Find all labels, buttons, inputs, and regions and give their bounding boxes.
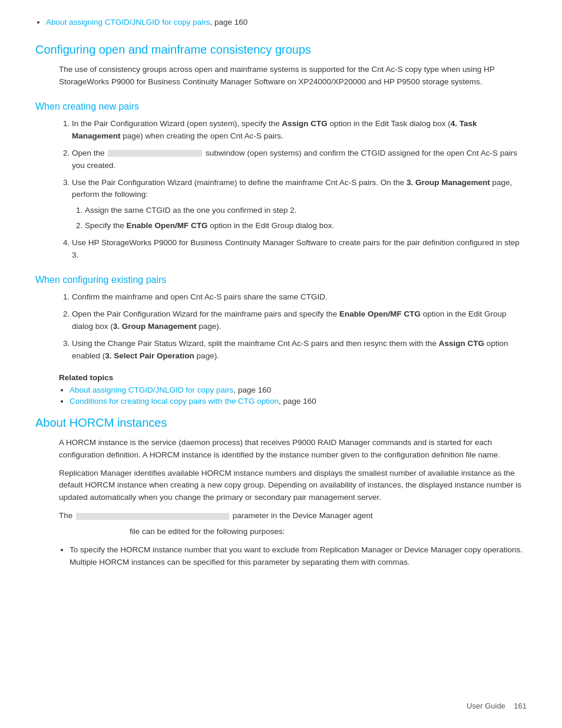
footer-label: User Guide	[467, 701, 505, 710]
para3-after: parameter in the Device Manager agent	[233, 511, 373, 520]
sub2-heading: When configuring existing pairs	[35, 275, 527, 285]
assign-ctg-bold-2: Assign CTG	[439, 339, 484, 348]
sub1-step-3-2: Specify the Enable Open/MF CTG option in…	[85, 220, 527, 232]
section2-heading: About HORCM instances	[35, 416, 527, 430]
section1-heading: Configuring open and mainframe consisten…	[35, 43, 527, 57]
top-link[interactable]: About assigning CTGID/JNLGID for copy pa…	[46, 18, 210, 27]
top-link-page: ,	[210, 18, 214, 27]
sub1-steps: In the Pair Configuration Wizard (open s…	[59, 118, 527, 262]
group-management-bold: 3. Group Management	[406, 178, 490, 187]
sub1-step-4: Use HP StorageWorks P9000 for Business C…	[72, 237, 527, 262]
section1-intro: The use of consistency groups across ope…	[59, 64, 527, 88]
sub2-content: Confirm the mainframe and open Cnt Ac-S …	[35, 291, 527, 406]
related-bullets: About assigning CTGID/JNLGID for copy pa…	[59, 386, 527, 406]
sub1-step-3-1: Assign the same CTGID as the one you con…	[85, 205, 527, 217]
section2-para3-file: file can be edited for the following pur…	[59, 526, 527, 538]
top-link-item: About assigning CTGID/JNLGID for copy pa…	[46, 18, 527, 27]
placeholder-box-1	[108, 150, 202, 157]
sub2-step-2: Open the Pair Configuration Wizard for t…	[72, 308, 527, 333]
para3-before: The	[59, 511, 72, 520]
top-bullets: About assigning CTGID/JNLGID for copy pa…	[35, 18, 527, 27]
group-management-bold-2: 3. Group Management	[113, 322, 197, 331]
related-link-2-page: page 160	[283, 397, 316, 406]
section2-para2: Replication Manager identifies available…	[59, 467, 527, 505]
select-pair-op-bold: 3. Select Pair Operation	[105, 351, 194, 360]
sub1-heading: When creating new pairs	[35, 101, 527, 112]
sub1-step-1: In the Pair Configuration Wizard (open s…	[72, 118, 527, 143]
section1-intro-block: The use of consistency groups across ope…	[35, 64, 527, 88]
top-link-page-num: page 160	[214, 18, 247, 27]
sub2-step-3: Using the Change Pair Status Wizard, spl…	[72, 338, 527, 363]
section2-para1: A HORCM instance is the service (daemon …	[59, 437, 527, 462]
sub2-step-1-text: Confirm the mainframe and open Cnt Ac-S …	[72, 292, 328, 301]
enable-open-mf-ctg-bold: Enable Open/MF CTG	[127, 221, 208, 230]
sub1-step-3: Use the Pair Configuration Wizard (mainf…	[72, 177, 527, 233]
enable-open-mf-ctg-bold-2: Enable Open/MF CTG	[339, 309, 421, 318]
section2-para3: The parameter in the Device Manager agen…	[59, 510, 527, 522]
footer: User Guide 161	[467, 701, 527, 710]
related-link-1: About assigning CTGID/JNLGID for copy pa…	[70, 386, 527, 394]
section2-content: A HORCM instance is the service (daemon …	[35, 437, 527, 569]
footer-page: 161	[514, 701, 527, 710]
section2-bullet-1: To specify the HORCM instance number tha…	[70, 544, 527, 569]
sub2-step-1: Confirm the mainframe and open Cnt Ac-S …	[72, 291, 527, 304]
related-topics-label: Related topics	[59, 373, 527, 382]
related-link-1-page: page 160	[238, 386, 271, 394]
placeholder-box-2	[76, 513, 229, 520]
assign-ctg-bold: Assign CTG	[282, 119, 327, 128]
related-link-2-anchor[interactable]: Conditions for creating local copy pairs…	[70, 397, 279, 406]
section2-bullets: To specify the HORCM instance number tha…	[59, 544, 527, 569]
sub2-steps: Confirm the mainframe and open Cnt Ac-S …	[59, 291, 527, 363]
sub1-content: In the Pair Configuration Wizard (open s…	[35, 118, 527, 262]
task-management-bold: 4. Task Management	[72, 119, 477, 140]
sub1-step-2: Open the subwindow (open systems) and co…	[72, 147, 527, 172]
related-link-1-anchor[interactable]: About assigning CTGID/JNLGID for copy pa…	[70, 386, 233, 394]
sub1-step-3-substeps: Assign the same CTGID as the one you con…	[72, 205, 527, 232]
related-link-2: Conditions for creating local copy pairs…	[70, 397, 527, 406]
